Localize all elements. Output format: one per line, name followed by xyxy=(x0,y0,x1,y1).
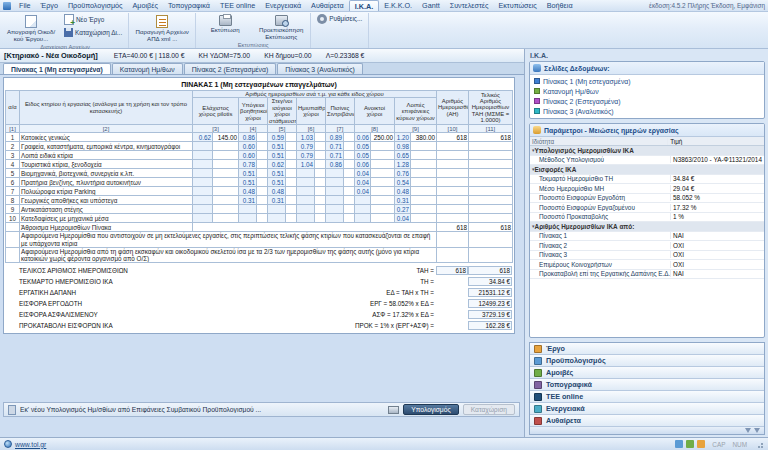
area-cell[interactable] xyxy=(286,178,297,187)
coef-cell[interactable] xyxy=(326,214,344,223)
new-project-button[interactable]: Νέο Έργο xyxy=(60,14,126,25)
area-cell[interactable] xyxy=(286,160,297,169)
coef-cell[interactable] xyxy=(297,196,315,205)
area-cell[interactable] xyxy=(344,160,355,169)
coef-cell[interactable] xyxy=(239,214,257,223)
coef-cell[interactable]: 0.48 xyxy=(395,187,411,196)
area-cell[interactable] xyxy=(411,160,437,169)
property-row[interactable]: Εισφορές ΙΚΑ xyxy=(530,165,764,175)
area-cell[interactable] xyxy=(213,187,239,196)
area-cell[interactable] xyxy=(411,187,437,196)
property-value[interactable]: ΝΑΙ xyxy=(670,270,764,277)
area-cell[interactable] xyxy=(344,178,355,187)
area-cell[interactable] xyxy=(344,214,355,223)
nav-item[interactable]: Προϋπολογισμός xyxy=(530,355,764,367)
coef-cell[interactable] xyxy=(193,160,213,169)
ribbon-tab[interactable]: Αμοιβές xyxy=(128,0,163,11)
area-cell[interactable] xyxy=(257,142,268,151)
coef-cell[interactable]: 0.78 xyxy=(239,160,257,169)
coef-cell[interactable] xyxy=(239,205,257,214)
ribbon-tab[interactable]: ΤΕΕ online xyxy=(215,0,260,11)
table-row[interactable]: 7 Πολυώροφα κτίρια Parking 0.48 0.48 xyxy=(6,187,513,196)
area-cell[interactable] xyxy=(315,133,326,142)
area-cell[interactable] xyxy=(371,142,395,151)
coef-cell[interactable]: 1.04 xyxy=(297,160,315,169)
print-button[interactable]: Εκτύπωση xyxy=(198,13,252,42)
coef-cell[interactable] xyxy=(355,214,371,223)
area-cell[interactable] xyxy=(286,214,297,223)
area-cell[interactable] xyxy=(344,142,355,151)
property-row[interactable]: Πίνακας 3 ΟΧΙ xyxy=(530,251,764,261)
nav-item[interactable]: Αυθαίρετα xyxy=(530,415,764,427)
coef-cell[interactable]: 0.79 xyxy=(297,151,315,160)
page-tab[interactable]: Πίνακας 1 (Μη εστεγασμένα) xyxy=(3,63,111,74)
area-cell[interactable] xyxy=(411,142,437,151)
coef-cell[interactable]: 0.59 xyxy=(268,133,286,142)
property-value[interactable]: Ν3863/2010 - ΥΑ-Φ11321/2014 xyxy=(670,156,764,163)
area-cell[interactable] xyxy=(315,187,326,196)
empty-cell[interactable] xyxy=(437,247,469,262)
coef-cell[interactable]: 0.54 xyxy=(395,178,411,187)
coef-cell[interactable]: 0.71 xyxy=(326,142,344,151)
coef-cell[interactable] xyxy=(193,187,213,196)
table-row[interactable]: 1 Κατοικίες γενικώς 0.62 145.00 0.86 0.5… xyxy=(6,133,513,142)
coef-cell[interactable] xyxy=(193,214,213,223)
area-cell[interactable] xyxy=(286,151,297,160)
table-row[interactable]: 10 Κατεδαφίσεις με μηχανικά μέσα xyxy=(6,214,513,223)
area-cell[interactable] xyxy=(371,187,395,196)
area-cell[interactable] xyxy=(344,196,355,205)
status-indicator-icon[interactable] xyxy=(697,440,705,448)
property-value[interactable]: ΟΧΙ xyxy=(670,251,764,258)
coef-cell[interactable] xyxy=(193,196,213,205)
coef-cell[interactable] xyxy=(268,205,286,214)
coef-cell[interactable]: 1.03 xyxy=(297,133,315,142)
property-row[interactable]: Ποσοστό Εισφορών Εργαζομένου 17.32 % xyxy=(530,203,764,213)
ribbon-tab[interactable]: Εκτυπώσεις xyxy=(493,0,541,11)
property-row[interactable]: Μέσο Ημερομίσθιο ΜΗ 29.04 € xyxy=(530,184,764,194)
coef-cell[interactable]: 0.48 xyxy=(239,187,257,196)
open-project-button[interactable]: Απογραφή Οικοδ/κού Έργου... xyxy=(4,13,58,44)
area-cell[interactable] xyxy=(286,142,297,151)
coef-cell[interactable] xyxy=(193,169,213,178)
coef-cell[interactable]: 0.27 xyxy=(395,205,411,214)
options-icon[interactable] xyxy=(754,428,760,433)
area-cell[interactable] xyxy=(315,214,326,223)
settings-button[interactable]: Ρυθμίσεις... xyxy=(313,13,366,24)
page-tab[interactable]: Πίνακας 3 (Αναλυτικός) xyxy=(277,63,363,74)
area-cell[interactable] xyxy=(315,169,326,178)
coef-cell[interactable]: 0.51 xyxy=(239,178,257,187)
ribbon-tab[interactable]: Τοπογραφικά xyxy=(163,0,215,11)
empty-cell[interactable] xyxy=(469,247,513,262)
coef-cell[interactable] xyxy=(326,205,344,214)
calculate-button[interactable]: Υπολογισμός xyxy=(403,404,458,415)
coef-cell[interactable]: 0.48 xyxy=(268,187,286,196)
property-value[interactable]: ΝΑΙ xyxy=(670,232,764,239)
table-row[interactable]: 5 Βιομηχανικά, βιοτεχνικά, συνεργεία κ.λ… xyxy=(6,169,513,178)
ribbon-tab[interactable]: Βοήθεια xyxy=(542,0,578,11)
coef-cell[interactable]: 0.51 xyxy=(239,169,257,178)
coef-cell[interactable]: 0.65 xyxy=(395,151,411,160)
property-row[interactable]: Προκαταβολή επί της Εργατικής Δαπάνης Ε.… xyxy=(530,270,764,280)
coef-cell[interactable]: 0.04 xyxy=(355,178,371,187)
area-cell[interactable] xyxy=(286,169,297,178)
area-cell[interactable] xyxy=(344,205,355,214)
nav-item[interactable]: ΤΕΕ online xyxy=(530,391,764,403)
area-cell[interactable] xyxy=(257,169,268,178)
area-cell[interactable] xyxy=(213,169,239,178)
status-indicator-icon[interactable] xyxy=(675,440,683,448)
area-cell[interactable] xyxy=(411,169,437,178)
nav-item[interactable]: Ενεργειακά xyxy=(530,403,764,415)
area-cell[interactable] xyxy=(286,187,297,196)
area-cell[interactable] xyxy=(371,169,395,178)
coef-cell[interactable]: 1.28 xyxy=(395,160,411,169)
coef-cell[interactable]: 0.06 xyxy=(355,133,371,142)
printer-icon[interactable] xyxy=(388,406,399,414)
coef-cell[interactable]: 0.05 xyxy=(355,151,371,160)
coef-cell[interactable]: 0.51 xyxy=(268,142,286,151)
property-row[interactable]: Υπολογισμός Ημερομισθίων ΙΚΑ xyxy=(530,146,764,156)
coef-cell[interactable] xyxy=(297,187,315,196)
area-cell[interactable] xyxy=(371,205,395,214)
coef-cell[interactable]: 0.05 xyxy=(355,142,371,151)
register-project-button[interactable]: Καταχώριση Δι... xyxy=(60,27,126,38)
coef-cell[interactable]: 0.60 xyxy=(239,142,257,151)
